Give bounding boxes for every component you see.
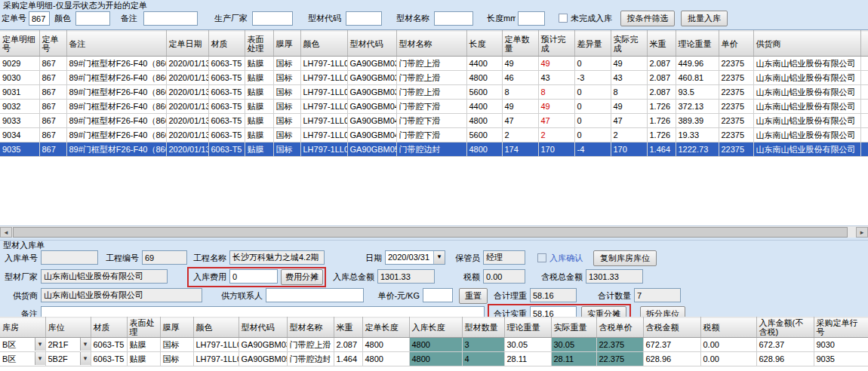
column-header[interactable]: 入库长度 (409, 317, 462, 338)
column-header[interactable]: 预计完成 (538, 31, 574, 57)
theory-weight-input[interactable] (530, 288, 577, 302)
cell: 9034 (0, 128, 39, 143)
unit-price-input[interactable] (423, 288, 453, 302)
inbound-total-label: 入库总金额 (329, 269, 374, 284)
dropdown-arrow-icon[interactable]: ▾ (80, 352, 91, 365)
column-header[interactable]: 含税金额 (643, 317, 700, 338)
column-header[interactable]: 理论重量 (676, 31, 719, 57)
factory-input[interactable] (41, 269, 168, 284)
table-row[interactable]: 903086789#门框型材F26-F40（866+867）2020/01/13… (0, 71, 868, 85)
column-header[interactable]: 采购定单行号 (814, 317, 868, 338)
reset-button[interactable]: 重置 (459, 288, 488, 304)
project-name-label: 工程名称 (190, 250, 226, 265)
remark-filter-input[interactable] (143, 11, 198, 26)
copy-warehouse-button[interactable]: 复制库房库位 (593, 250, 657, 266)
dropdown-arrow-icon[interactable]: ▾ (80, 338, 91, 351)
column-header[interactable]: 膜厚 (273, 31, 300, 57)
cell: 4400 (466, 57, 502, 71)
tax-input[interactable] (483, 269, 525, 284)
column-header[interactable]: 实际重量 (551, 317, 596, 338)
fee-allocate-button[interactable]: 费用分摊 (281, 269, 323, 285)
calendar-dropdown-icon[interactable]: ▾ (433, 251, 445, 264)
column-header[interactable]: 理论重量 (504, 317, 551, 338)
column-header[interactable] (860, 31, 868, 57)
keeper-input[interactable] (483, 250, 525, 265)
manufacturer-filter-input[interactable] (252, 11, 293, 26)
column-header[interactable]: 表面处理 (127, 317, 160, 338)
color-filter-input[interactable] (75, 11, 110, 26)
inbound-total-input[interactable] (377, 269, 435, 284)
scrollbar-thumb[interactable] (13, 227, 848, 238)
filter-by-condition-button[interactable]: 按条件筛选 (620, 11, 675, 26)
column-header[interactable]: 材质 (91, 317, 127, 338)
column-header[interactable]: 库房 (0, 317, 45, 338)
unfinished-checkbox[interactable] (559, 14, 568, 23)
date-picker[interactable]: 2020/03/31 ▾ (385, 250, 445, 265)
contact-label: 供方联系人 (216, 288, 263, 303)
column-header[interactable]: 差异量 (574, 31, 611, 57)
table-row[interactable]: 903486789#门框型材F26-F40（866+867）2020/01/13… (0, 128, 868, 143)
table-row[interactable]: B区▾5B2F▾6063-T5贴膜国标LH797-1LL0GA90GBM05门带… (0, 352, 868, 366)
supplier-input[interactable] (41, 288, 202, 302)
dropdown-arrow-icon[interactable]: ▾ (35, 338, 45, 351)
column-header[interactable]: 含税单价 (596, 317, 643, 338)
column-header[interactable]: 米重 (334, 317, 362, 338)
profile-name-filter-input[interactable] (434, 11, 473, 26)
batch-inbound-button[interactable]: 批量入库 (681, 11, 728, 26)
cell: 22375 (719, 114, 753, 128)
profile-code-filter-input[interactable] (346, 11, 382, 26)
receipt-no-input[interactable] (41, 250, 98, 265)
total-with-tax-input[interactable] (586, 269, 643, 284)
cell: 9030 (0, 71, 39, 85)
cell: 9033 (0, 114, 39, 128)
column-header[interactable]: 型材代码 (239, 317, 287, 338)
column-header[interactable]: 型材名称 (396, 31, 466, 57)
contact-input[interactable] (266, 288, 364, 302)
fee-input[interactable] (229, 269, 278, 284)
cell: 2.087 (647, 57, 676, 71)
column-header[interactable]: 备注 (66, 31, 166, 57)
length-filter-input[interactable] (518, 11, 545, 26)
total-qty-input[interactable] (634, 288, 681, 302)
column-header[interactable]: 单价 (719, 31, 753, 57)
table-row[interactable]: 903386789#门框型材F26-F40（866+867）2020/01/13… (0, 114, 868, 128)
cell: 0.00 (700, 352, 756, 366)
horizontal-scrollbar[interactable]: ◂ ▸ (0, 225, 868, 238)
column-header[interactable]: 材质 (208, 31, 245, 57)
order-no-input[interactable] (29, 11, 50, 26)
column-header[interactable]: 库位 (45, 317, 91, 338)
column-header[interactable]: 定单长度 (362, 317, 409, 338)
column-header[interactable]: 米重 (647, 31, 676, 57)
cell: 4800 (466, 114, 502, 128)
column-header[interactable]: 定单日期 (166, 31, 208, 57)
table-row[interactable]: B区▾2R1F▾6063-T5贴膜国标LH797-1LL0GA90GBM03门带… (0, 338, 868, 352)
column-header[interactable]: 型材名称 (287, 317, 334, 338)
column-header[interactable]: 型材数量 (462, 317, 504, 338)
column-header[interactable]: 颜色 (193, 317, 239, 338)
table-row[interactable]: 903586789#门框型材F26-F40（866+867）2020/01/13… (0, 143, 868, 157)
table-row[interactable]: 903186789#门框型材F26-F40（866+867）2020/01/13… (0, 85, 868, 100)
column-header[interactable]: 税额 (700, 317, 756, 338)
column-header[interactable]: 膜厚 (160, 317, 193, 338)
cell: 贴膜 (245, 143, 273, 157)
inbound-confirm-checkbox[interactable] (537, 253, 546, 262)
column-header[interactable]: 定单明细号 (0, 31, 39, 57)
column-header[interactable]: 颜色 (300, 31, 347, 57)
scroll-right-icon[interactable]: ▸ (856, 227, 868, 238)
column-header[interactable]: 供货商 (753, 31, 860, 57)
cell: LH797-1LL0 (193, 352, 239, 366)
column-header[interactable]: 定单数量 (502, 31, 538, 57)
project-name-input[interactable] (229, 250, 325, 265)
column-header[interactable]: 长度 (466, 31, 502, 57)
scroll-left-icon[interactable]: ◂ (0, 227, 12, 238)
table-row[interactable]: 903286789#门框型材F26-F40（866+867）2020/01/13… (0, 100, 868, 114)
column-header[interactable]: 型材代码 (347, 31, 396, 57)
column-header[interactable]: 表面处理 (245, 31, 273, 57)
table-row[interactable]: 902986789#门框型材F26-F40（866+867）2020/01/13… (0, 57, 868, 71)
project-no-input[interactable] (142, 250, 187, 265)
cell: 5600 (466, 85, 502, 100)
column-header[interactable]: 实际完成 (611, 31, 647, 57)
column-header[interactable]: 定单号 (39, 31, 66, 57)
column-header[interactable]: 入库金额(不含税) (756, 317, 814, 338)
dropdown-arrow-icon[interactable]: ▾ (35, 352, 45, 365)
